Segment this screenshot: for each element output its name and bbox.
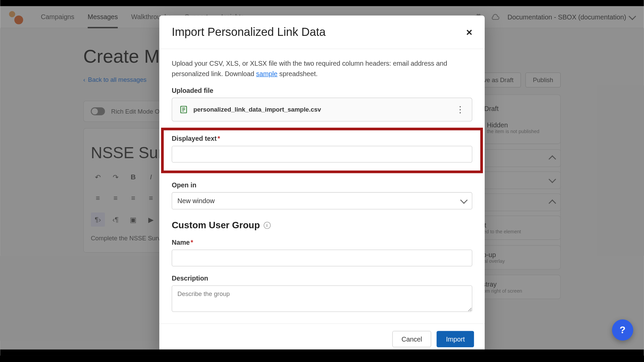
custom-user-group-heading: Custom User Group i — [172, 220, 472, 231]
open-in-select[interactable]: New window — [172, 192, 472, 209]
displayed-text-label: Displayed text* — [172, 135, 472, 142]
info-icon[interactable]: i — [263, 222, 270, 229]
displayed-text-input[interactable] — [172, 146, 472, 163]
import-link-data-modal: Import Personalized Link Data × Upload y… — [159, 15, 485, 354]
group-description-input[interactable] — [172, 285, 472, 312]
spreadsheet-icon — [179, 105, 188, 114]
uploaded-file-label: Uploaded file — [172, 86, 472, 94]
cancel-button[interactable]: Cancel — [392, 331, 431, 347]
file-menu-icon[interactable]: ⋮ — [456, 104, 465, 115]
displayed-text-highlight: Displayed text* — [161, 128, 483, 173]
help-fab[interactable]: ? — [612, 319, 633, 341]
name-label: Name* — [172, 239, 472, 246]
description-label: Description — [172, 274, 472, 282]
chevron-down-icon — [460, 196, 468, 203]
import-button[interactable]: Import — [437, 331, 474, 347]
open-in-label: Open in — [172, 181, 472, 188]
uploaded-file-name: personalized_link_data_import_sample.csv — [193, 106, 450, 113]
uploaded-file-row: personalized_link_data_import_sample.csv… — [172, 98, 472, 121]
close-icon[interactable]: × — [466, 26, 472, 38]
sample-link[interactable]: sample — [256, 70, 278, 77]
group-name-input[interactable] — [172, 250, 472, 266]
modal-help-text: Upload your CSV, XLS, or XLSX file with … — [172, 59, 472, 78]
modal-title: Import Personalized Link Data — [172, 25, 326, 39]
